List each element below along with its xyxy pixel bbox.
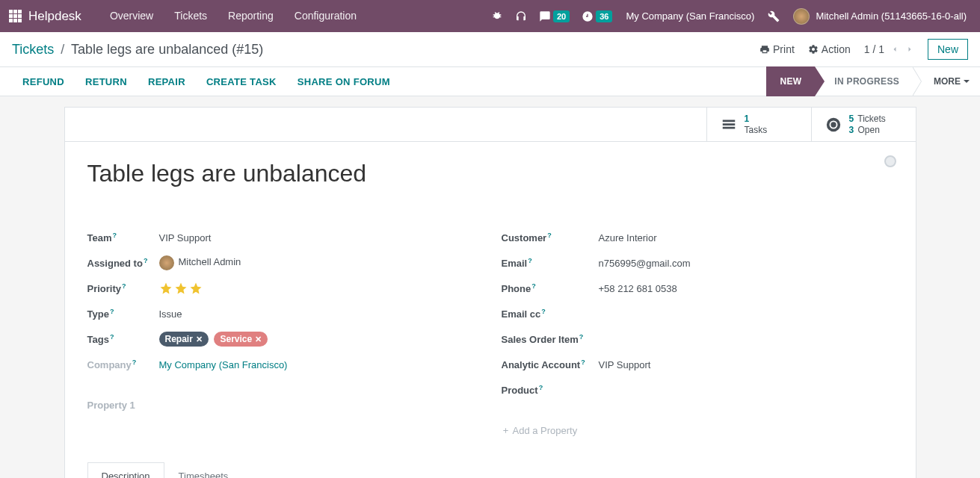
nav-overview[interactable]: Overview — [99, 0, 164, 32]
team-label: Team? — [87, 232, 159, 243]
email-label: Email? — [502, 257, 599, 269]
support-icon[interactable] — [509, 10, 533, 22]
analytic-value[interactable]: VIP Support — [599, 359, 893, 370]
property-1-label: Property 1 — [87, 400, 479, 411]
avatar-icon — [793, 8, 810, 25]
chevron-down-icon — [964, 80, 970, 83]
share-forum-button[interactable]: SHARE ON FORUM — [287, 76, 401, 87]
email-value[interactable]: n756995@gmail.com — [599, 258, 893, 269]
activities-badge: 36 — [596, 10, 612, 22]
assigned-label: Assigned to? — [87, 257, 159, 269]
activities-icon[interactable]: 36 — [576, 10, 618, 22]
close-icon[interactable]: ✕ — [255, 335, 262, 344]
company-label: Company? — [87, 358, 159, 370]
star-icon[interactable] — [189, 282, 203, 295]
return-button[interactable]: RETURN — [75, 76, 138, 87]
type-label: Type? — [87, 308, 159, 320]
debug-icon[interactable] — [485, 10, 509, 22]
star-icon[interactable] — [174, 282, 188, 295]
ticket-title[interactable]: Table legs are unbalanced — [87, 160, 893, 187]
tags-value[interactable]: Repair✕ Service✕ — [159, 332, 479, 347]
kanban-state-toggle[interactable] — [884, 155, 896, 167]
company-value[interactable]: My Company (San Francisco) — [159, 359, 479, 370]
phone-label: Phone? — [502, 282, 599, 294]
customer-value[interactable]: Azure Interior — [599, 232, 893, 243]
repair-button[interactable]: REPAIR — [138, 76, 196, 87]
assigned-value[interactable]: Mitchell Admin — [159, 255, 479, 270]
type-value[interactable]: Issue — [159, 308, 479, 320]
tab-description[interactable]: Description — [87, 462, 164, 478]
phone-value[interactable]: +58 212 681 0538 — [599, 283, 893, 294]
priority-label: Priority? — [87, 282, 159, 294]
tab-timesheets[interactable]: Timesheets — [164, 462, 243, 478]
new-button[interactable]: New — [928, 39, 968, 60]
stat-tasks-button[interactable]: 1 Tasks — [706, 108, 811, 141]
add-property-button[interactable]: Add a Property — [502, 425, 893, 436]
company-switcher[interactable]: My Company (San Francisco) — [618, 10, 762, 22]
nav-configuration[interactable]: Configuration — [284, 0, 367, 32]
team-value[interactable]: VIP Support — [159, 232, 479, 243]
tasks-icon — [721, 117, 737, 133]
customer-label: Customer? — [502, 232, 599, 243]
action-button[interactable]: Action — [808, 43, 851, 55]
create-task-button[interactable]: CREATE TASK — [196, 76, 287, 87]
sales-order-item-label: Sales Order Item? — [502, 333, 599, 345]
pager-prev-icon[interactable] — [890, 45, 899, 54]
lifebuoy-icon — [825, 117, 842, 133]
messages-icon[interactable]: 20 — [533, 10, 576, 22]
nav-tickets[interactable]: Tickets — [164, 0, 218, 32]
breadcrumb: Tickets / Table legs are unbalanced (#15… — [12, 42, 263, 58]
avatar-icon — [159, 255, 174, 270]
user-name: Mitchell Admin (51143665-16-0-all) — [816, 10, 967, 22]
app-brand[interactable]: Helpdesk — [28, 9, 81, 24]
breadcrumb-current: Table legs are unbalanced (#15) — [71, 42, 263, 57]
close-icon[interactable]: ✕ — [196, 335, 203, 344]
stage-in-progress[interactable]: IN PROGRESS — [815, 66, 913, 96]
tags-label: Tags? — [87, 333, 159, 345]
studio-icon[interactable] — [762, 10, 786, 22]
user-menu[interactable]: Mitchell Admin (51143665-16-0-all) — [786, 8, 974, 25]
star-icon[interactable] — [159, 282, 173, 295]
pager: 1 / 1 — [864, 43, 914, 55]
nav-reporting[interactable]: Reporting — [218, 0, 284, 32]
priority-stars[interactable] — [159, 282, 479, 295]
print-button[interactable]: Print — [759, 43, 795, 55]
product-label: Product? — [502, 384, 599, 396]
plus-icon — [502, 426, 510, 435]
tag-repair[interactable]: Repair✕ — [159, 332, 209, 347]
pager-next-icon[interactable] — [905, 45, 914, 54]
stage-new[interactable]: NEW — [766, 66, 815, 96]
messages-badge: 20 — [553, 10, 570, 22]
stat-tickets-button[interactable]: 5 Tickets 3 Open — [811, 108, 916, 141]
stage-more-button[interactable]: MORE — [923, 76, 980, 87]
refund-button[interactable]: REFUND — [12, 76, 75, 87]
analytic-label: Analytic Account? — [502, 358, 599, 370]
email-cc-label: Email cc? — [502, 308, 599, 320]
apps-launcher-icon[interactable] — [9, 10, 22, 23]
tag-service[interactable]: Service✕ — [214, 332, 268, 347]
breadcrumb-root[interactable]: Tickets — [12, 42, 54, 57]
